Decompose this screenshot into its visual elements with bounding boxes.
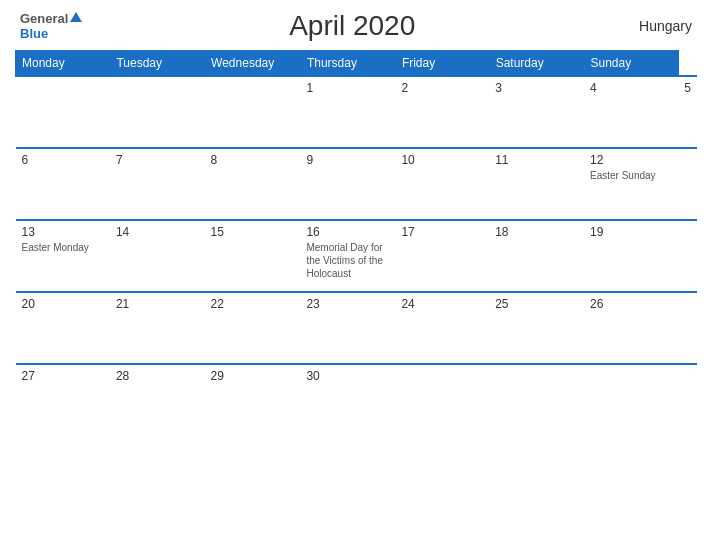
day-number: 25 xyxy=(495,297,578,311)
logo-general: General xyxy=(20,12,68,25)
table-row: 2 xyxy=(395,76,489,148)
calendar-week-row: 27282930 xyxy=(16,364,698,436)
col-thursday: Thursday xyxy=(300,51,395,77)
table-row xyxy=(489,364,584,436)
day-number: 29 xyxy=(211,369,295,383)
day-number: 16 xyxy=(306,225,389,239)
day-number: 27 xyxy=(22,369,104,383)
logo-blue: Blue xyxy=(20,26,48,41)
table-row: 12Easter Sunday xyxy=(584,148,678,220)
table-row: 19 xyxy=(584,220,678,292)
day-number: 13 xyxy=(22,225,104,239)
day-number: 28 xyxy=(116,369,199,383)
col-monday: Monday xyxy=(16,51,110,77)
table-row xyxy=(16,76,110,148)
day-number: 15 xyxy=(211,225,295,239)
calendar-body: 123456789101112Easter Sunday13Easter Mon… xyxy=(16,76,698,436)
calendar-table: Monday Tuesday Wednesday Thursday Friday… xyxy=(15,50,697,436)
day-number: 5 xyxy=(684,81,691,95)
calendar-week-row: 20212223242526 xyxy=(16,292,698,364)
table-row: 9 xyxy=(300,148,395,220)
table-row: 22 xyxy=(205,292,301,364)
table-row: 15 xyxy=(205,220,301,292)
day-number: 24 xyxy=(401,297,483,311)
day-number: 22 xyxy=(211,297,295,311)
day-event: Easter Monday xyxy=(22,242,89,253)
calendar-page: General Blue April 2020 Hungary Monday T… xyxy=(0,0,712,550)
day-number: 4 xyxy=(590,81,672,95)
day-number: 30 xyxy=(306,369,389,383)
table-row: 20 xyxy=(16,292,110,364)
header: General Blue April 2020 Hungary xyxy=(15,10,697,42)
table-row: 30 xyxy=(300,364,395,436)
table-row: 28 xyxy=(110,364,205,436)
weekday-header-row: Monday Tuesday Wednesday Thursday Friday… xyxy=(16,51,698,77)
day-number: 23 xyxy=(306,297,389,311)
table-row: 27 xyxy=(16,364,110,436)
page-title: April 2020 xyxy=(82,10,622,42)
day-event: Memorial Day for the Victims of the Holo… xyxy=(306,242,383,279)
day-number: 21 xyxy=(116,297,199,311)
table-row: 1 xyxy=(300,76,395,148)
table-row: 29 xyxy=(205,364,301,436)
col-tuesday: Tuesday xyxy=(110,51,205,77)
table-row: 21 xyxy=(110,292,205,364)
table-row xyxy=(205,76,301,148)
day-number: 17 xyxy=(401,225,483,239)
day-number: 7 xyxy=(116,153,199,167)
table-row: 18 xyxy=(489,220,584,292)
table-row: 24 xyxy=(395,292,489,364)
day-number: 6 xyxy=(22,153,104,167)
day-number: 9 xyxy=(306,153,389,167)
table-row: 11 xyxy=(489,148,584,220)
col-friday: Friday xyxy=(395,51,489,77)
table-row: 6 xyxy=(16,148,110,220)
day-number: 12 xyxy=(590,153,672,167)
table-row: 25 xyxy=(489,292,584,364)
calendar-week-row: 12345 xyxy=(16,76,698,148)
day-number: 19 xyxy=(590,225,672,239)
day-event: Easter Sunday xyxy=(590,170,656,181)
table-row: 10 xyxy=(395,148,489,220)
table-row: 8 xyxy=(205,148,301,220)
table-row: 23 xyxy=(300,292,395,364)
table-row: 5 xyxy=(678,76,697,148)
table-row: 17 xyxy=(395,220,489,292)
table-row xyxy=(110,76,205,148)
table-row: 14 xyxy=(110,220,205,292)
col-wednesday: Wednesday xyxy=(205,51,301,77)
table-row: 26 xyxy=(584,292,678,364)
table-row: 7 xyxy=(110,148,205,220)
day-number: 18 xyxy=(495,225,578,239)
col-sunday: Sunday xyxy=(584,51,678,77)
country-label: Hungary xyxy=(622,18,692,34)
day-number: 26 xyxy=(590,297,672,311)
day-number: 1 xyxy=(306,81,389,95)
col-saturday: Saturday xyxy=(489,51,584,77)
day-number: 8 xyxy=(211,153,295,167)
day-number: 10 xyxy=(401,153,483,167)
day-number: 11 xyxy=(495,153,578,167)
table-row: 3 xyxy=(489,76,584,148)
logo: General Blue xyxy=(20,12,82,41)
day-number: 14 xyxy=(116,225,199,239)
day-number: 20 xyxy=(22,297,104,311)
table-row xyxy=(584,364,678,436)
table-row: 16Memorial Day for the Victims of the Ho… xyxy=(300,220,395,292)
calendar-week-row: 13Easter Monday141516Memorial Day for th… xyxy=(16,220,698,292)
day-number: 3 xyxy=(495,81,578,95)
day-number: 2 xyxy=(401,81,483,95)
table-row: 13Easter Monday xyxy=(16,220,110,292)
table-row: 4 xyxy=(584,76,678,148)
table-row xyxy=(395,364,489,436)
calendar-week-row: 6789101112Easter Sunday xyxy=(16,148,698,220)
logo-triangle-icon xyxy=(70,12,82,22)
